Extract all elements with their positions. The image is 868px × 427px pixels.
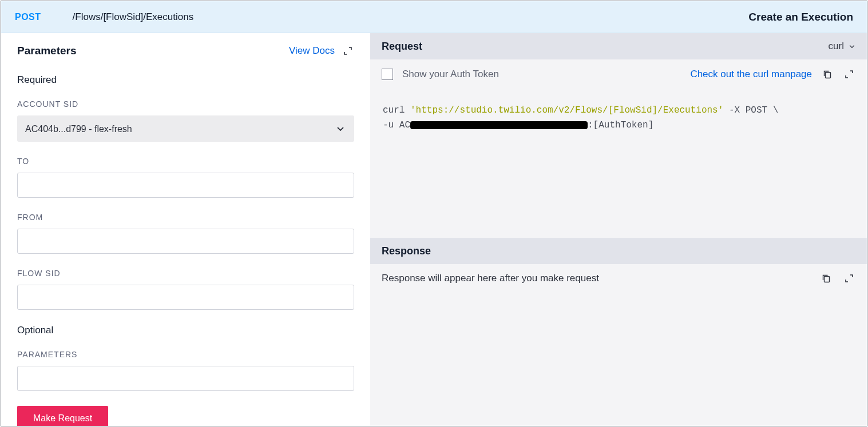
parameters-label: PARAMETERS — [17, 350, 354, 359]
redacted-credential — [410, 121, 588, 129]
expand-icon[interactable] — [342, 45, 354, 57]
flow-sid-label: FLOW SID — [17, 269, 354, 278]
curl-manpage-link[interactable]: Check out the curl manpage — [690, 69, 812, 80]
response-placeholder-text: Response will appear here after you make… — [382, 273, 811, 284]
request-code-block: curl 'https://studio.twilio.com/v2/Flows… — [370, 89, 867, 238]
header-bar: POST /Flows/[FlowSid]/Executions Create … — [1, 1, 867, 33]
http-method: POST — [15, 12, 41, 22]
to-input[interactable] — [17, 173, 354, 198]
account-sid-select[interactable]: AC404b...d799 - flex-fresh — [17, 115, 354, 142]
flow-sid-input[interactable] — [17, 285, 354, 310]
copy-icon[interactable] — [821, 68, 834, 81]
request-response-panel: Request curl Show your Auth Token Check … — [370, 33, 867, 426]
endpoint-path: /Flows/[FlowSid]/Executions — [73, 11, 194, 23]
request-heading: Request — [382, 41, 422, 53]
expand-icon[interactable] — [843, 68, 855, 81]
parameters-heading: Parameters — [17, 45, 77, 57]
chevron-down-icon — [849, 43, 855, 50]
view-docs-link[interactable]: View Docs — [289, 45, 335, 57]
response-heading: Response — [382, 245, 431, 257]
show-auth-label: Show your Auth Token — [402, 69, 499, 80]
language-dropdown[interactable]: curl — [829, 41, 855, 52]
copy-icon[interactable] — [820, 272, 833, 285]
language-selected: curl — [829, 41, 844, 52]
from-label: FROM — [17, 213, 354, 222]
make-request-button[interactable]: Make Request — [17, 406, 108, 426]
parameters-input[interactable] — [17, 366, 354, 391]
show-auth-checkbox[interactable] — [382, 69, 393, 80]
to-label: TO — [17, 157, 354, 166]
from-input[interactable] — [17, 229, 354, 254]
optional-group-label: Optional — [17, 325, 354, 336]
parameters-panel: Parameters View Docs Required ACCOUNT SI… — [1, 33, 370, 426]
expand-icon[interactable] — [843, 272, 855, 285]
page-title: Create an Execution — [748, 11, 853, 23]
svg-rect-0 — [826, 73, 831, 78]
required-group-label: Required — [17, 74, 354, 86]
account-sid-label: ACCOUNT SID — [17, 99, 354, 109]
svg-rect-1 — [825, 277, 830, 282]
